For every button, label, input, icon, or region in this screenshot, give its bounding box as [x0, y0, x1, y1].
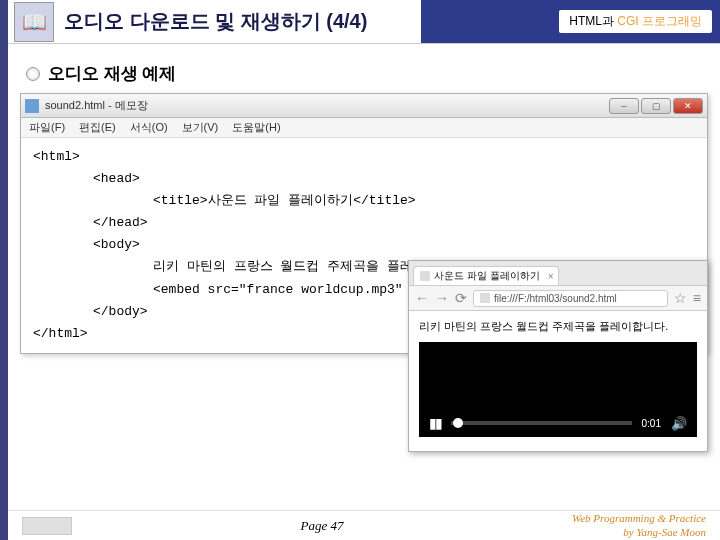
code-line: <title>사운드 파일 플레이하기</title>	[33, 190, 695, 212]
credit-line1: Web Programming & Practice	[572, 512, 706, 525]
menu-view[interactable]: 보기(V)	[182, 120, 219, 135]
subtitle-part1: HTML과	[569, 14, 617, 28]
university-logo	[22, 517, 72, 535]
notepad-title: sound2.html - 메모장	[45, 98, 609, 113]
close-button[interactable]: ✕	[673, 98, 703, 114]
footer-credit: Web Programming & Practice by Yang-Sae M…	[572, 512, 706, 538]
browser-tabbar: 사운드 파일 플레이하기 ×	[409, 261, 707, 285]
audio-time: 0:01	[642, 418, 661, 429]
section-heading: 오디오 재생 예제	[26, 62, 720, 85]
window-controls: – ▢ ✕	[609, 98, 703, 114]
subtitle-part2: CGI 프로그래밍	[617, 14, 702, 28]
code-line: <html>	[33, 146, 695, 168]
seek-track[interactable]	[451, 421, 632, 425]
slide-header: 📖 오디오 다운로드 및 재생하기 (4/4) HTML과 CGI 프로그래밍	[8, 0, 720, 44]
volume-icon[interactable]: 🔊	[671, 416, 687, 431]
notepad-titlebar: sound2.html - 메모장 – ▢ ✕	[21, 94, 707, 118]
browser-toolbar: ← → ⟳ file:///F:/html03/sound2.html ☆ ≡	[409, 285, 707, 311]
audio-controls: ▮▮ 0:01 🔊	[429, 415, 687, 431]
pause-button[interactable]: ▮▮	[429, 415, 441, 431]
tab-title: 사운드 파일 플레이하기	[434, 269, 540, 283]
forward-button[interactable]: →	[435, 290, 449, 306]
browser-tab[interactable]: 사운드 파일 플레이하기 ×	[413, 266, 559, 285]
bullet-icon	[26, 67, 40, 81]
code-line: <body>	[33, 234, 695, 256]
bookmark-button[interactable]: ☆	[674, 290, 687, 306]
menu-button[interactable]: ≡	[693, 290, 701, 306]
notepad-menubar: 파일(F) 편집(E) 서식(O) 보기(V) 도움말(H)	[21, 118, 707, 138]
file-icon	[480, 293, 490, 303]
menu-format[interactable]: 서식(O)	[130, 120, 168, 135]
back-button[interactable]: ←	[415, 290, 429, 306]
slide-footer: Page 47 Web Programming & Practice by Ya…	[8, 510, 720, 540]
code-line: <head>	[33, 168, 695, 190]
address-bar[interactable]: file:///F:/html03/sound2.html	[473, 290, 668, 307]
favicon-icon	[420, 271, 430, 281]
menu-edit[interactable]: 편집(E)	[79, 120, 116, 135]
header-subtitle: HTML과 CGI 프로그래밍	[559, 10, 712, 33]
url-text: file:///F:/html03/sound2.html	[494, 293, 617, 304]
tab-close-icon[interactable]: ×	[548, 271, 554, 282]
page-text: 리키 마틴의 프랑스 월드컵 주제곡을 플레이합니다.	[419, 319, 697, 334]
browser-window: 사운드 파일 플레이하기 × ← → ⟳ file:///F:/html03/s…	[408, 260, 708, 452]
menu-help[interactable]: 도움말(H)	[232, 120, 280, 135]
audio-player: ▮▮ 0:01 🔊	[419, 342, 697, 437]
header-icon: 📖	[14, 2, 54, 42]
menu-file[interactable]: 파일(F)	[29, 120, 65, 135]
slide-title: 오디오 다운로드 및 재생하기 (4/4)	[64, 8, 559, 35]
minimize-button[interactable]: –	[609, 98, 639, 114]
credit-line2: by Yang-Sae Moon	[572, 526, 706, 539]
reload-button[interactable]: ⟳	[455, 290, 467, 306]
code-line: </head>	[33, 212, 695, 234]
browser-content: 리키 마틴의 프랑스 월드컵 주제곡을 플레이합니다. ▮▮ 0:01 🔊	[409, 311, 707, 451]
notepad-app-icon	[25, 99, 39, 113]
seek-knob[interactable]	[453, 418, 463, 428]
page-number: Page 47	[301, 518, 344, 534]
maximize-button[interactable]: ▢	[641, 98, 671, 114]
section-heading-text: 오디오 재생 예제	[48, 62, 176, 85]
